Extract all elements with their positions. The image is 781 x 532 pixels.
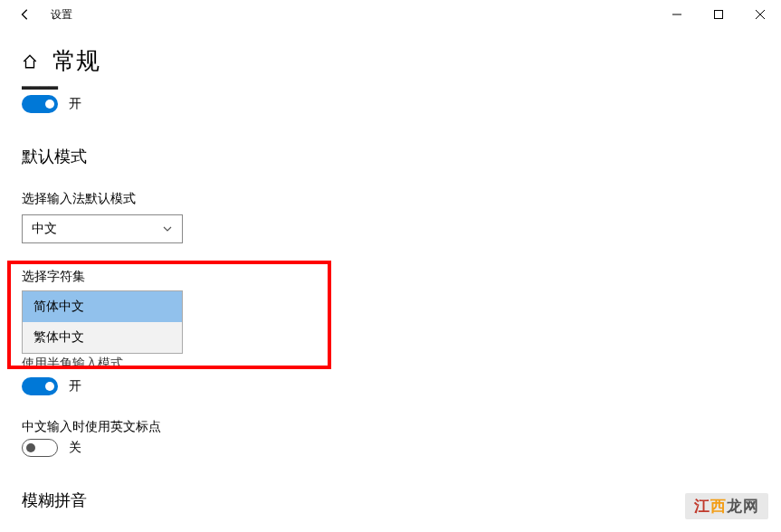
section-fuzzy-title: 模糊拼音 [22, 489, 759, 511]
page-title: 常规 [52, 45, 100, 77]
toggle-row-2: 开 [22, 377, 759, 395]
watermark-part3: 龙网 [727, 498, 759, 515]
watermark-part2: 西 [710, 498, 727, 515]
charset-dropdown[interactable]: 简体中文 繁体中文 [22, 290, 183, 354]
arrow-left-icon [19, 8, 32, 21]
maximize-button[interactable] [698, 1, 739, 28]
svg-rect-0 [715, 11, 723, 19]
section-default-mode-title: 默认模式 [22, 146, 759, 167]
charset-group: 选择字符集 简体中文 繁体中文 [22, 269, 759, 354]
punctuation-label: 中文输入时使用英文标点 [22, 419, 759, 435]
home-icon [22, 53, 38, 70]
titlebar: 设置 [0, 0, 781, 29]
charset-label: 选择字符集 [22, 269, 759, 285]
charset-option-simplified[interactable]: 简体中文 [23, 291, 182, 322]
toggle-half-full-label: 开 [69, 378, 81, 394]
input-method-value: 中文 [32, 221, 57, 237]
half-full-mode-label: 使用半角输入模式 [22, 356, 759, 372]
input-method-select[interactable]: 中文 [22, 214, 183, 243]
toggle-1-label: 开 [69, 96, 81, 112]
window-controls [656, 1, 781, 28]
minimize-icon [672, 10, 681, 19]
toggle-punctuation-label: 关 [69, 440, 81, 456]
watermark: 江西龙网 [685, 493, 768, 519]
truncated-setting-label: ▂▂▂▂ [22, 81, 67, 90]
toggle-row-3: 关 [22, 439, 759, 457]
toggle-half-full[interactable] [22, 377, 58, 395]
toggle-row-1: 开 [22, 95, 759, 113]
content-area: 常规 ▂▂▂▂ 开 默认模式 选择输入法默认模式 中文 选择字符集 简体中文 繁… [0, 45, 781, 511]
charset-option-traditional[interactable]: 繁体中文 [23, 322, 182, 353]
window-title: 设置 [51, 7, 72, 23]
page-header: 常规 [22, 45, 759, 77]
back-button[interactable] [16, 5, 34, 24]
toggle-punctuation[interactable] [22, 439, 58, 457]
close-button[interactable] [739, 1, 781, 28]
maximize-icon [714, 10, 723, 19]
toggle-1[interactable] [22, 95, 58, 113]
close-icon [756, 10, 765, 19]
watermark-part1: 江 [694, 498, 710, 515]
minimize-button[interactable] [656, 1, 698, 28]
input-method-label: 选择输入法默认模式 [22, 191, 759, 207]
chevron-down-icon [162, 223, 173, 234]
